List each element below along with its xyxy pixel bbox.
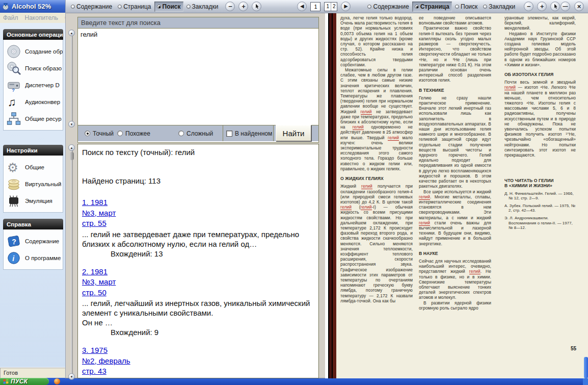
column-paragraph: Межатомные силы в гелии слабее, чем в лю…	[340, 67, 413, 171]
start-button[interactable]: ПУСК	[0, 378, 49, 385]
info-icon: i	[6, 250, 21, 266]
sidebar-item[interactable]: ?Содержание	[6, 233, 63, 249]
result-link[interactable]: №3, март	[82, 208, 116, 219]
menu-item[interactable]: Файл	[3, 14, 18, 21]
result-link[interactable]: стр. 50	[82, 288, 106, 298]
result-link[interactable]: 1. 1981	[82, 197, 108, 208]
result-link[interactable]: стр. 43	[82, 366, 106, 377]
found-count: Найдено страниц: 113	[82, 176, 314, 186]
find-button[interactable]: Найти	[276, 125, 311, 141]
text: -I) — обычная жидкость со всеми присущим…	[340, 204, 413, 303]
next-page-button[interactable]: ▶	[341, 2, 351, 11]
result-link[interactable]: №2, февраль	[82, 356, 130, 367]
cursor-tool-button-right[interactable]	[550, 2, 560, 11]
cursor-icon	[254, 4, 259, 9]
tab-label: Содержание	[76, 3, 112, 10]
scroll-down-icon[interactable]: ▼	[68, 121, 75, 127]
text: Недавно в Институте физики Академии наук…	[504, 31, 576, 67]
tab-right[interactable]: Содержание	[365, 2, 411, 12]
scroll-up-icon[interactable]: ▲	[68, 30, 75, 36]
zoom-in-button-right[interactable]: +	[537, 2, 547, 11]
result-link[interactable]: 2. 1981	[82, 267, 108, 277]
sidebar-item[interactable]: Эмуляция	[6, 192, 63, 209]
close-button[interactable]: ×	[574, 2, 584, 11]
right-pane-tabs: СодержаниеСтраницаПоискЗакладки	[365, 2, 518, 12]
search-mode-radio[interactable]: Похожее	[117, 125, 150, 141]
quick-launch-browser-icon[interactable]	[54, 378, 60, 384]
radio-dot-icon	[186, 5, 191, 9]
result-link[interactable]: №3, март	[82, 277, 116, 288]
zoom-in-button[interactable]: +	[238, 2, 248, 11]
two-page-view-button[interactable]: 12	[324, 2, 337, 11]
single-page-view-button[interactable]: 1	[310, 2, 320, 11]
viewer-toolbar: СодержаниеСтраницаПоискЗакладки − + ◀ 1 …	[66, 0, 588, 13]
radio-icon	[178, 131, 184, 136]
menu-item[interactable]: Накопитель	[25, 14, 59, 21]
column-paragraph: ее поведение описывается волновыми свойс…	[419, 15, 491, 25]
sidebar-item[interactable]: Поиск образо	[6, 60, 63, 76]
sidebar-item[interactable]: Виртуальный	[6, 175, 63, 192]
text: (	[352, 204, 361, 210]
text: В развитии ядерной физики огромную роль …	[419, 300, 491, 311]
column-paragraph: урановые элементы, как кюрий, берклий, к…	[504, 15, 576, 31]
result-occurrences: Вхождений: 9	[111, 327, 314, 337]
sidebar-item[interactable]: Создание обр	[6, 43, 63, 60]
text: Д. Н. Финкельштейн. Гелий. — 1966, № 12,…	[504, 191, 574, 201]
tab-left[interactable]: Поиск	[154, 2, 183, 12]
spread-page: 2	[331, 3, 337, 11]
sidebar-item[interactable]: ?Диспетчер D	[6, 76, 63, 93]
scroll-down-icon[interactable]: ▼	[68, 373, 75, 380]
right-pane-scrollbar[interactable]	[584, 357, 588, 378]
page-column-3: урановые элементы, как кюрий, берклий, к…	[504, 15, 576, 372]
scrollbar-thumb[interactable]	[70, 152, 74, 160]
page-view-pane: духа, легче гелия только водород. Очень …	[325, 13, 588, 378]
tab-left[interactable]: Закладки	[184, 2, 221, 12]
text: Почти весь земной и звездный	[504, 80, 576, 85]
sidebar-item[interactable]: Общие ресур	[6, 110, 63, 127]
checkbox-icon[interactable]	[226, 131, 232, 137]
result-link[interactable]: 3. 1975	[82, 345, 108, 356]
cursor-tool-button[interactable]	[252, 2, 261, 11]
search-input[interactable]: гелий	[78, 29, 318, 125]
search-mode-radio[interactable]: Точный	[85, 125, 114, 141]
column-paragraph: Практически важно свойство гелия-II выте…	[419, 25, 491, 83]
search-mode-radio[interactable]: Сложный	[178, 125, 213, 141]
tab-left[interactable]: Содержание	[68, 2, 115, 12]
sidebar-group-title: Основные операции	[3, 29, 63, 40]
page-number: 55	[571, 346, 576, 351]
search-panel: Введите текст для поиска гелий В найденн…	[77, 17, 319, 143]
zoom-out-button[interactable]: −	[225, 2, 235, 11]
prev-page-button[interactable]: ◀	[297, 2, 307, 11]
minimize-button[interactable]: —	[560, 2, 570, 11]
sidebar-group-body: Создание обрПоиск образо?Диспетчер D♫Ауд…	[3, 40, 63, 131]
radio-icon	[117, 131, 123, 136]
svg-text:♫: ♫	[8, 96, 16, 109]
sidebar-group-body: ⚙ОбщиеВиртуальныйЭмуляция	[3, 156, 63, 213]
sidebar-item[interactable]: ⚙Общие	[6, 159, 63, 175]
scrollbar-track[interactable]	[71, 33, 73, 124]
radio-dot-icon	[157, 5, 161, 9]
tab-left[interactable]: Страница	[115, 2, 153, 12]
sidebar-item-label: Содержание	[25, 238, 59, 244]
book-spine	[328, 13, 336, 378]
scrollbar-track[interactable]	[71, 147, 73, 377]
disc-search-icon	[6, 61, 21, 76]
text: ее поведение описывается волновыми свойс…	[419, 15, 491, 25]
in-found-checkbox[interactable]: В найденном	[223, 125, 274, 141]
zoom-out-button-right[interactable]: −	[524, 2, 533, 11]
text: Жидкий	[340, 184, 361, 189]
results-scrollbar[interactable]: ▲ ▼	[68, 144, 75, 380]
radio-dot-icon	[483, 5, 487, 9]
tab-right[interactable]: Закладки	[480, 2, 518, 12]
sidebar-item[interactable]: iО программе	[6, 249, 63, 266]
tab-right[interactable]: Поиск	[452, 2, 480, 12]
tab-right[interactable]: Страница	[412, 2, 452, 12]
sidebar-group-body: ?СодержаниеiО программе	[3, 229, 63, 270]
sidebar-item-label: Эмуляция	[25, 198, 52, 204]
query-scrollbar[interactable]: ▲ ▼	[68, 30, 75, 127]
scroll-up-icon[interactable]: ▲	[68, 144, 75, 151]
result-link[interactable]: стр. 55	[82, 218, 106, 229]
tab-label: Страница	[420, 3, 449, 10]
sidebar-item[interactable]: ♫Аудиоконвер	[6, 93, 63, 110]
tab-label: Закладки	[192, 3, 219, 10]
